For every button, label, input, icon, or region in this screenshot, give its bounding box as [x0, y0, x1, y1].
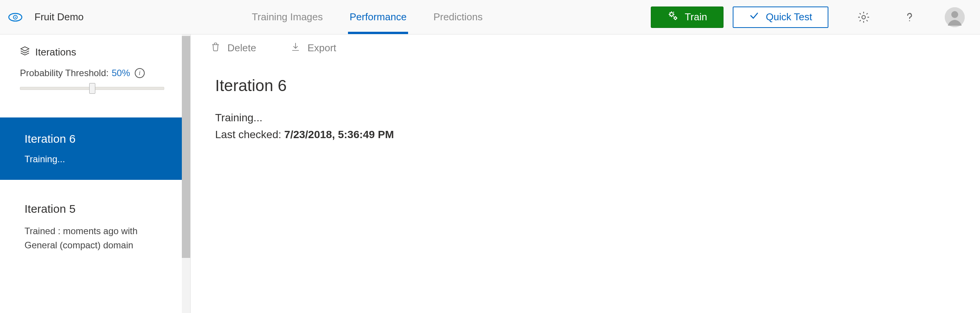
iteration-title: Iteration 6 [215, 77, 980, 95]
gears-icon [667, 10, 679, 24]
scrollbar-thumb[interactable] [182, 36, 190, 258]
main-panel: Delete Export Iteration 6 Training... La… [191, 34, 980, 313]
app-header: Fruit Demo Training Images Performance P… [0, 0, 980, 34]
train-button[interactable]: Train [651, 7, 724, 28]
svg-point-5 [862, 15, 865, 19]
stack-icon [20, 46, 30, 59]
user-avatar[interactable] [945, 7, 965, 27]
body: Iterations Probability Threshold: 50% i … [0, 34, 980, 313]
info-icon[interactable]: i [135, 68, 145, 78]
svg-point-3 [670, 13, 673, 16]
iteration-item-status: Training... [24, 154, 162, 165]
slider-thumb[interactable] [89, 83, 95, 94]
iteration-item-status: Trained : moments ago with General (comp… [24, 224, 139, 252]
threshold-label: Probability Threshold: [20, 68, 109, 78]
threshold-value: 50% [112, 68, 130, 78]
project-name: Fruit Demo [34, 11, 84, 23]
tab-predictions[interactable]: Predictions [433, 0, 483, 34]
sidebar-scrollbar[interactable] [182, 34, 190, 313]
header-actions: Train Quick Test [651, 7, 965, 28]
tab-training-images[interactable]: Training Images [252, 0, 323, 34]
download-icon [291, 42, 301, 54]
trash-icon [211, 42, 220, 54]
last-checked-label: Last checked: [215, 129, 284, 140]
delete-button[interactable]: Delete [211, 42, 256, 54]
iteration-item-title: Iteration 5 [24, 202, 162, 215]
tab-performance[interactable]: Performance [350, 0, 407, 34]
eye-logo-icon [8, 10, 23, 25]
svg-point-4 [674, 17, 676, 19]
probability-threshold: Probability Threshold: 50% i [0, 68, 182, 99]
training-status: Training... [215, 112, 980, 124]
iteration-item-5[interactable]: Iteration 5 Trained : moments ago with G… [0, 187, 182, 267]
iteration-item-6[interactable]: Iteration 6 Training... [0, 117, 182, 180]
brand[interactable]: Fruit Demo [8, 10, 84, 25]
last-checked-line: Last checked: 7/23/2018, 5:36:49 PM [215, 129, 980, 141]
iteration-content: Iteration 6 Training... Last checked: 7/… [191, 61, 980, 141]
settings-icon[interactable] [853, 7, 874, 28]
quick-test-label: Quick Test [766, 11, 812, 23]
sidebar-header-label: Iterations [35, 46, 76, 58]
export-label: Export [307, 42, 336, 54]
checkmark-icon [749, 11, 759, 23]
svg-point-2 [15, 16, 16, 18]
delete-label: Delete [227, 42, 256, 54]
iteration-toolbar: Delete Export [191, 34, 980, 61]
iteration-item-title: Iteration 6 [24, 132, 162, 145]
threshold-slider[interactable] [20, 85, 164, 91]
help-icon[interactable] [899, 7, 920, 28]
svg-point-6 [909, 20, 910, 21]
iterations-sidebar: Iterations Probability Threshold: 50% i … [0, 34, 191, 313]
top-nav: Training Images Performance Predictions [84, 0, 651, 34]
quick-test-button[interactable]: Quick Test [733, 7, 828, 28]
sidebar-header: Iterations [0, 34, 182, 68]
export-button[interactable]: Export [291, 42, 336, 54]
svg-marker-9 [21, 47, 29, 51]
last-checked-value: 7/23/2018, 5:36:49 PM [284, 129, 394, 140]
train-button-label: Train [685, 11, 707, 23]
svg-point-8 [951, 11, 958, 18]
